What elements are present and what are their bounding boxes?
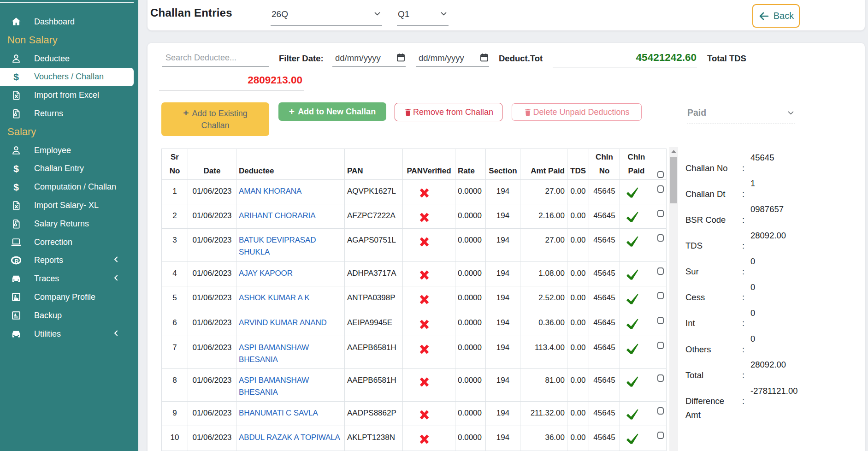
svg-text:R: R: [15, 258, 19, 265]
